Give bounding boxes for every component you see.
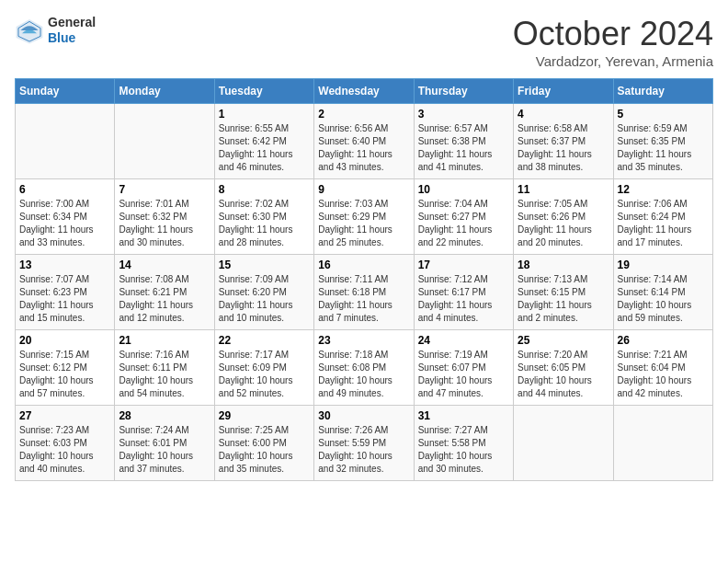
day-info: Sunrise: 7:17 AMSunset: 6:09 PMDaylight:… bbox=[219, 349, 310, 400]
day-number: 14 bbox=[119, 259, 210, 271]
day-info: Sunrise: 7:09 AMSunset: 6:20 PMDaylight:… bbox=[219, 273, 310, 325]
day-number: 9 bbox=[318, 183, 409, 196]
day-header-monday: Monday bbox=[115, 79, 214, 104]
calendar-cell bbox=[115, 104, 214, 179]
calendar-table: SundayMondayTuesdayWednesdayThursdayFrid… bbox=[15, 78, 713, 481]
day-info: Sunrise: 7:14 AMSunset: 6:14 PMDaylight:… bbox=[618, 273, 709, 325]
logo: General Blue bbox=[15, 15, 96, 46]
day-number: 27 bbox=[19, 409, 110, 422]
calendar-week-2: 6Sunrise: 7:00 AMSunset: 6:34 PMDaylight… bbox=[16, 179, 713, 255]
calendar-cell: 31Sunrise: 7:27 AMSunset: 5:58 PMDayligh… bbox=[414, 406, 513, 481]
calendar-cell: 18Sunrise: 7:13 AMSunset: 6:15 PMDayligh… bbox=[514, 255, 613, 330]
day-info: Sunrise: 7:03 AMSunset: 6:29 PMDaylight:… bbox=[318, 198, 409, 249]
calendar-cell: 1Sunrise: 6:55 AMSunset: 6:42 PMDaylight… bbox=[214, 104, 313, 179]
title-block: October 2024 Vardadzor, Yerevan, Armenia bbox=[513, 15, 713, 69]
day-number: 26 bbox=[618, 334, 709, 347]
day-info: Sunrise: 7:16 AMSunset: 6:11 PMDaylight:… bbox=[119, 349, 210, 400]
calendar-cell: 26Sunrise: 7:21 AMSunset: 6:04 PMDayligh… bbox=[613, 330, 712, 406]
day-number: 11 bbox=[518, 183, 609, 196]
day-number: 22 bbox=[219, 334, 310, 347]
day-info: Sunrise: 7:27 AMSunset: 5:58 PMDaylight:… bbox=[418, 424, 509, 476]
logo-general: General bbox=[48, 15, 96, 30]
calendar-cell: 22Sunrise: 7:17 AMSunset: 6:09 PMDayligh… bbox=[214, 330, 313, 406]
day-number: 30 bbox=[318, 409, 409, 422]
day-info: Sunrise: 7:25 AMSunset: 6:00 PMDaylight:… bbox=[219, 424, 310, 476]
day-info: Sunrise: 7:24 AMSunset: 6:01 PMDaylight:… bbox=[119, 424, 210, 476]
location: Vardadzor, Yerevan, Armenia bbox=[513, 53, 713, 69]
day-header-sunday: Sunday bbox=[16, 79, 115, 104]
day-info: Sunrise: 7:00 AMSunset: 6:34 PMDaylight:… bbox=[19, 198, 110, 249]
day-header-wednesday: Wednesday bbox=[314, 79, 414, 104]
calendar-cell bbox=[514, 406, 613, 481]
day-info: Sunrise: 6:55 AMSunset: 6:42 PMDaylight:… bbox=[219, 122, 310, 174]
day-info: Sunrise: 6:58 AMSunset: 6:37 PMDaylight:… bbox=[518, 122, 609, 174]
day-info: Sunrise: 7:13 AMSunset: 6:15 PMDaylight:… bbox=[518, 273, 609, 325]
day-info: Sunrise: 7:02 AMSunset: 6:30 PMDaylight:… bbox=[219, 198, 310, 249]
day-info: Sunrise: 6:59 AMSunset: 6:35 PMDaylight:… bbox=[618, 122, 709, 174]
day-number: 31 bbox=[418, 409, 509, 422]
calendar-cell: 5Sunrise: 6:59 AMSunset: 6:35 PMDaylight… bbox=[613, 104, 712, 179]
day-number: 24 bbox=[418, 334, 509, 347]
day-number: 5 bbox=[618, 108, 709, 121]
day-number: 21 bbox=[119, 334, 210, 347]
calendar-cell: 12Sunrise: 7:06 AMSunset: 6:24 PMDayligh… bbox=[613, 179, 712, 255]
calendar-cell: 15Sunrise: 7:09 AMSunset: 6:20 PMDayligh… bbox=[214, 255, 313, 330]
day-info: Sunrise: 7:20 AMSunset: 6:05 PMDaylight:… bbox=[518, 349, 609, 400]
day-number: 17 bbox=[418, 259, 509, 271]
day-info: Sunrise: 7:11 AMSunset: 6:18 PMDaylight:… bbox=[318, 273, 409, 325]
page-header: General Blue October 2024 Vardadzor, Yer… bbox=[15, 15, 713, 69]
day-info: Sunrise: 7:19 AMSunset: 6:07 PMDaylight:… bbox=[418, 349, 509, 400]
calendar-cell: 3Sunrise: 6:57 AMSunset: 6:38 PMDaylight… bbox=[414, 104, 513, 179]
calendar-week-5: 27Sunrise: 7:23 AMSunset: 6:03 PMDayligh… bbox=[16, 406, 713, 481]
month-title: October 2024 bbox=[513, 15, 713, 53]
logo-icon bbox=[15, 16, 44, 45]
calendar-cell: 23Sunrise: 7:18 AMSunset: 6:08 PMDayligh… bbox=[314, 330, 414, 406]
day-number: 12 bbox=[618, 183, 709, 196]
calendar-cell: 11Sunrise: 7:05 AMSunset: 6:26 PMDayligh… bbox=[514, 179, 613, 255]
day-info: Sunrise: 7:18 AMSunset: 6:08 PMDaylight:… bbox=[318, 349, 409, 400]
day-info: Sunrise: 6:56 AMSunset: 6:40 PMDaylight:… bbox=[318, 122, 409, 174]
calendar-cell: 4Sunrise: 6:58 AMSunset: 6:37 PMDaylight… bbox=[514, 104, 613, 179]
calendar-cell: 19Sunrise: 7:14 AMSunset: 6:14 PMDayligh… bbox=[613, 255, 712, 330]
day-number: 29 bbox=[219, 409, 310, 422]
day-header-thursday: Thursday bbox=[414, 79, 513, 104]
calendar-cell: 9Sunrise: 7:03 AMSunset: 6:29 PMDaylight… bbox=[314, 179, 414, 255]
day-info: Sunrise: 7:08 AMSunset: 6:21 PMDaylight:… bbox=[119, 273, 210, 325]
day-number: 23 bbox=[318, 334, 409, 347]
day-info: Sunrise: 7:15 AMSunset: 6:12 PMDaylight:… bbox=[19, 349, 110, 400]
day-info: Sunrise: 7:21 AMSunset: 6:04 PMDaylight:… bbox=[618, 349, 709, 400]
calendar-cell: 25Sunrise: 7:20 AMSunset: 6:05 PMDayligh… bbox=[514, 330, 613, 406]
day-number: 18 bbox=[518, 259, 609, 271]
calendar-cell: 30Sunrise: 7:26 AMSunset: 5:59 PMDayligh… bbox=[314, 406, 414, 481]
day-info: Sunrise: 7:05 AMSunset: 6:26 PMDaylight:… bbox=[518, 198, 609, 249]
day-info: Sunrise: 7:26 AMSunset: 5:59 PMDaylight:… bbox=[318, 424, 409, 476]
day-info: Sunrise: 7:23 AMSunset: 6:03 PMDaylight:… bbox=[19, 424, 110, 476]
day-number: 3 bbox=[418, 108, 509, 121]
calendar-cell: 24Sunrise: 7:19 AMSunset: 6:07 PMDayligh… bbox=[414, 330, 513, 406]
calendar-cell: 10Sunrise: 7:04 AMSunset: 6:27 PMDayligh… bbox=[414, 179, 513, 255]
calendar-cell: 21Sunrise: 7:16 AMSunset: 6:11 PMDayligh… bbox=[115, 330, 214, 406]
day-number: 15 bbox=[219, 259, 310, 271]
days-header-row: SundayMondayTuesdayWednesdayThursdayFrid… bbox=[16, 79, 713, 104]
day-header-saturday: Saturday bbox=[613, 79, 712, 104]
day-info: Sunrise: 6:57 AMSunset: 6:38 PMDaylight:… bbox=[418, 122, 509, 174]
day-number: 1 bbox=[219, 108, 310, 121]
calendar-cell: 27Sunrise: 7:23 AMSunset: 6:03 PMDayligh… bbox=[16, 406, 115, 481]
day-header-tuesday: Tuesday bbox=[214, 79, 313, 104]
day-number: 28 bbox=[119, 409, 210, 422]
calendar-cell bbox=[16, 104, 115, 179]
logo-blue: Blue bbox=[48, 30, 96, 46]
day-header-friday: Friday bbox=[514, 79, 613, 104]
calendar-cell: 2Sunrise: 6:56 AMSunset: 6:40 PMDaylight… bbox=[314, 104, 414, 179]
day-number: 4 bbox=[518, 108, 609, 121]
day-info: Sunrise: 7:07 AMSunset: 6:23 PMDaylight:… bbox=[19, 273, 110, 325]
day-number: 20 bbox=[19, 334, 110, 347]
calendar-cell bbox=[613, 406, 712, 481]
day-number: 19 bbox=[618, 259, 709, 271]
calendar-cell: 17Sunrise: 7:12 AMSunset: 6:17 PMDayligh… bbox=[414, 255, 513, 330]
calendar-cell: 20Sunrise: 7:15 AMSunset: 6:12 PMDayligh… bbox=[16, 330, 115, 406]
day-number: 7 bbox=[119, 183, 210, 196]
day-info: Sunrise: 7:04 AMSunset: 6:27 PMDaylight:… bbox=[418, 198, 509, 249]
calendar-cell: 13Sunrise: 7:07 AMSunset: 6:23 PMDayligh… bbox=[16, 255, 115, 330]
day-number: 8 bbox=[219, 183, 310, 196]
